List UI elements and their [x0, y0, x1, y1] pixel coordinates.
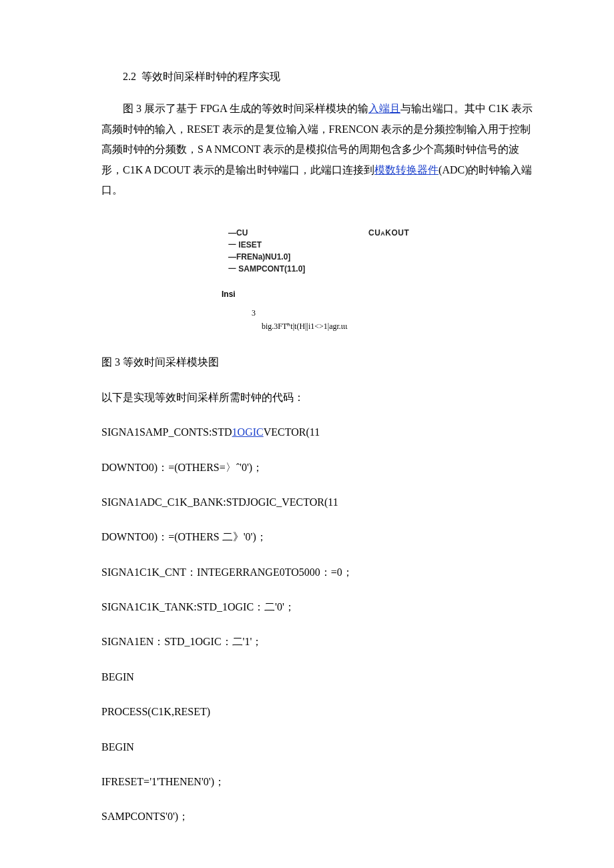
document-page: 2.2 等效时间采样时钟的程序实现 图 3 展示了基于 FPGA 生成的等效时间…	[0, 0, 614, 868]
code-line-7: SIGNA1EN：STD_1OGIC：二'1'；	[101, 632, 537, 652]
code-line-4: DOWNTO0)：=(OTHERS 二》'0')；	[101, 527, 537, 547]
figure-signal-sampcont: 一 SAMPCONT(11.0]	[228, 263, 328, 275]
code-line-9: PROCESS(C1K,RESET)	[101, 702, 537, 722]
code-line-8: BEGIN	[101, 667, 537, 687]
code-line-5: SIGNA1C1K_CNT：INTEGERRANGE0TO5000：=0；	[101, 562, 537, 582]
code-line-10: BEGIN	[101, 737, 537, 757]
figure-block-diagram: —CU CUAKOUT 一 IESET —FRENa)NU1.0] 一 SAMP…	[101, 227, 537, 332]
code-line-1: SIGNA1SAMP_CONTS:STD1OGICVECTOR(11	[101, 422, 537, 442]
figure-signal-cu: —CU	[228, 227, 328, 239]
code-line-6: SIGNA1C1K_TANK:STD_1OGIC：二'0'；	[101, 597, 537, 617]
figure-signal-cuakout: CUAKOUT	[328, 227, 409, 239]
section-title-text: 等效时间采样时钟的程序实现	[141, 71, 280, 82]
code-line-12: SAMPCONTS'0')；	[101, 807, 537, 827]
link-adc-device[interactable]: 模数转换器件	[374, 164, 438, 175]
figure-sub-text: big.3FTʰt|t(H||i1<>1|agr.ιιι	[262, 320, 537, 332]
code-line-3: SIGNA1ADC_C1K_BANK:STDJOGIC_VECTOR(11	[101, 492, 537, 512]
figure-caption: 图 3 等效时间采样模块图	[101, 352, 537, 372]
figure-sub-number: 3	[252, 307, 537, 319]
link-input-port[interactable]: 入端且	[368, 103, 400, 114]
code-line-2: DOWNTO0)：=(OTHERS=〉ˆ'0')；	[101, 458, 537, 478]
body-paragraph: 图 3 展示了基于 FPGA 生成的等效时间采样模块的输入端且与输出端口。其中 …	[101, 99, 537, 200]
link-logic[interactable]: 1OGIC	[232, 426, 264, 438]
figure-label-insi: Insi	[222, 288, 537, 300]
para-text-1: 图 3 展示了基于 FPGA 生成的等效时间采样模块的输	[123, 103, 368, 114]
section-number: 2.2	[123, 71, 136, 82]
code-line-11: IFRESET='1'THENEN'0')；	[101, 772, 537, 792]
section-heading: 2.2 等效时间采样时钟的程序实现	[101, 67, 537, 87]
figure-signal-ieset: 一 IESET	[228, 239, 328, 251]
figure-signal-frena: —FRENa)NU1.0]	[228, 251, 328, 263]
code-intro: 以下是实现等效时间采样所需时钟的代码：	[101, 388, 537, 408]
